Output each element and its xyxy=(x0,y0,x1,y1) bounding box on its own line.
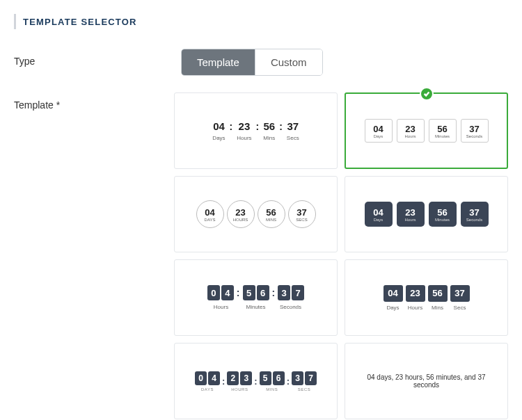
hours-label: Hours xyxy=(404,134,416,138)
digit: 5 xyxy=(260,371,271,385)
mins-label: Minutes xyxy=(435,134,450,138)
secs-label: Secs xyxy=(454,305,466,311)
hours-label: Hours xyxy=(237,135,251,141)
colon: : xyxy=(222,376,225,387)
days-value: 04 xyxy=(205,207,214,218)
hours-value: 23 xyxy=(406,285,425,302)
digit: 3 xyxy=(292,371,303,385)
digit: 4 xyxy=(208,371,220,385)
colon: : xyxy=(272,287,276,298)
countdown-digits4-row: 0 4 DAYS : 2 3 HOURS : xyxy=(195,371,317,391)
countdown-blocks-row: 04 Days 23 Hours 56 Mins 37 Secs xyxy=(383,285,470,311)
secs-value: 37 xyxy=(287,120,299,132)
days-label: DAYS xyxy=(205,218,216,222)
days-value: 04 xyxy=(213,120,225,132)
digit: 7 xyxy=(305,371,317,385)
secs-value: 37 xyxy=(296,207,306,218)
days-label: Days xyxy=(386,305,399,311)
template-option-1[interactable]: 04 Days : 23 Hours : 56 Mins : 3 xyxy=(174,92,338,169)
days-value: 04 xyxy=(383,285,403,302)
hours-value: 23 xyxy=(239,120,251,132)
digit: 0 xyxy=(207,285,220,300)
secs-label: Secs xyxy=(287,135,299,141)
hours-label: Hours xyxy=(208,304,235,310)
mins-value: 56 xyxy=(263,120,275,132)
colon: : xyxy=(254,376,257,387)
mins-label: Minutes xyxy=(435,218,450,222)
template-option-6[interactable]: 04 Days 23 Hours 56 Mins 37 Secs xyxy=(345,259,508,336)
template-option-5[interactable]: 0 4 : 5 6 : 3 7 xyxy=(174,259,338,336)
secs-value: 37 xyxy=(469,207,479,218)
secs-label: Seconds xyxy=(466,134,482,138)
hours-value: 23 xyxy=(405,207,415,218)
type-toggle-group: Template Custom xyxy=(181,49,323,76)
digit: 6 xyxy=(273,371,285,385)
countdown-sentence: 04 days, 23 hours, 56 minutes, and 37 se… xyxy=(345,373,507,389)
mins-value: 56 xyxy=(266,207,276,218)
mins-value: 56 xyxy=(437,207,447,218)
hours-label: Hours xyxy=(404,218,416,222)
digit: 5 xyxy=(243,285,255,300)
days-value: 04 xyxy=(373,124,383,134)
hours-value: 23 xyxy=(235,207,245,218)
colon: : xyxy=(279,120,283,132)
template-option-8[interactable]: 04 days, 23 hours, 56 minutes, and 37 se… xyxy=(345,343,508,419)
mins-value: 56 xyxy=(428,285,448,302)
digit: 4 xyxy=(221,285,234,300)
template-grid: 04 Days : 23 Hours : 56 Mins : 3 xyxy=(174,92,508,419)
mins-label: Mins xyxy=(432,305,443,311)
mins-label: Mins xyxy=(263,135,275,141)
seconds-label: Seconds xyxy=(278,304,304,310)
digit: 3 xyxy=(278,285,290,300)
template-option-2[interactable]: 04 Days 23 Hours 56 Minutes 37 Seconds xyxy=(345,92,508,169)
template-label: Template * xyxy=(14,92,174,111)
colon: : xyxy=(230,120,233,132)
days-label: DAYS xyxy=(201,387,214,391)
minutes-label: Minutes xyxy=(243,304,269,310)
hours-label: HOURS xyxy=(233,218,248,222)
type-toggle-custom[interactable]: Custom xyxy=(255,49,322,75)
section-header-bar xyxy=(14,14,16,29)
secs-label: SECS xyxy=(296,218,307,222)
template-option-7[interactable]: 0 4 DAYS : 2 3 HOURS : xyxy=(174,343,338,419)
days-label: Days xyxy=(374,218,383,222)
digit: 2 xyxy=(227,371,239,385)
digit: 3 xyxy=(240,371,252,385)
countdown-circles-row: 04 DAYS 23 HOURS 56 MINS 37 SECS xyxy=(196,200,316,228)
days-label: Days xyxy=(374,134,383,138)
countdown-dark-row: 04 Days 23 Hours 56 Minutes 37 Seconds xyxy=(365,202,489,227)
countdown-text-row: 04 Days : 23 Hours : 56 Mins : 3 xyxy=(212,120,299,141)
days-value: 04 xyxy=(373,207,383,218)
hours-label: Hours xyxy=(408,305,422,311)
section-title: TEMPLATE SELECTOR xyxy=(23,17,137,27)
colon: : xyxy=(287,376,290,387)
mins-value: 56 xyxy=(437,124,447,134)
digit: 0 xyxy=(195,371,207,385)
countdown-digits3-wrap: 0 4 : 5 6 : 3 7 xyxy=(207,285,304,310)
type-toggle-template[interactable]: Template xyxy=(182,49,255,75)
secs-label: SECS xyxy=(298,387,310,391)
digit: 6 xyxy=(257,285,269,300)
colon: : xyxy=(256,120,260,132)
hours-value: 23 xyxy=(405,124,415,134)
countdown-outlined-row: 04 Days 23 Hours 56 Minutes 37 Seconds xyxy=(365,119,489,143)
colon: : xyxy=(237,287,240,298)
secs-value: 37 xyxy=(469,124,479,134)
secs-label: Seconds xyxy=(466,218,482,222)
template-option-4[interactable]: 04 Days 23 Hours 56 Minutes 37 Seconds xyxy=(345,176,508,252)
hours-label: HOURS xyxy=(231,387,248,391)
mins-label: MINS xyxy=(266,218,276,222)
secs-value: 37 xyxy=(450,285,470,302)
days-label: Days xyxy=(212,135,225,141)
mins-label: MINS xyxy=(266,387,278,391)
selected-check-icon xyxy=(420,87,434,101)
template-option-3[interactable]: 04 DAYS 23 HOURS 56 MINS 37 SECS xyxy=(174,176,338,252)
digit: 7 xyxy=(292,285,304,300)
type-label: Type xyxy=(14,49,181,67)
